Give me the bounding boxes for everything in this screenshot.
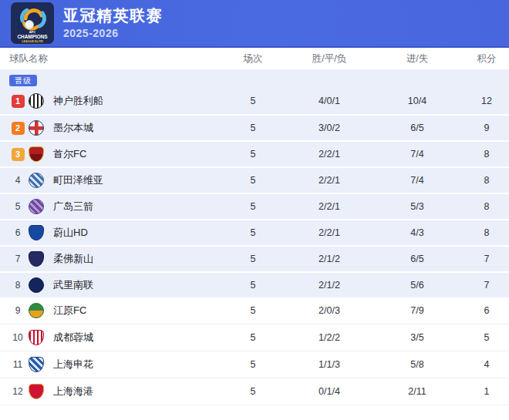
rank-badge: 5 bbox=[12, 200, 25, 213]
table-row[interactable]: 6 蔚山HD 5 2/2/1 4/3 8 bbox=[0, 219, 509, 245]
matches-played: 5 bbox=[217, 332, 288, 343]
win-draw-loss: 4/0/1 bbox=[288, 96, 370, 106]
points: 4 bbox=[464, 359, 509, 370]
standings-widget: AFC CHAMPIONS LEAGUE ELITE 亚冠精英联赛 2025-2… bbox=[0, 0, 509, 420]
league-titles: 亚冠精英联赛 2025-2026 bbox=[63, 7, 163, 39]
win-draw-loss: 0/1/4 bbox=[288, 386, 370, 397]
logo-text-league-elite: LEAGUE ELITE bbox=[22, 40, 43, 43]
rank-badge: 10 bbox=[12, 331, 25, 344]
rank-badge: 4 bbox=[12, 174, 25, 187]
win-draw-loss: 2/0/3 bbox=[288, 305, 370, 316]
table-row[interactable]: 7 柔佛新山 5 2/1/2 6/5 7 bbox=[0, 245, 509, 271]
team-logo bbox=[29, 330, 44, 345]
team-name: 成都蓉城 bbox=[46, 331, 217, 344]
goals-for-against: 2/11 bbox=[370, 386, 464, 397]
matches-played: 5 bbox=[217, 149, 288, 160]
matches-played: 5 bbox=[217, 123, 288, 133]
goals-for-against: 7/4 bbox=[370, 175, 464, 186]
table-row[interactable]: 3 首尔FC 5 2/2/1 7/4 8 bbox=[0, 140, 509, 166]
table-row[interactable]: 4 町田泽维亚 5 2/2/1 7/4 8 bbox=[0, 166, 509, 193]
column-header-wdl: 胜/平/负 bbox=[288, 52, 370, 66]
win-draw-loss: 2/2/1 bbox=[288, 227, 370, 238]
team-logo bbox=[29, 199, 44, 214]
column-header-goals: 进/失 bbox=[370, 52, 464, 66]
goals-for-against: 10/4 bbox=[370, 96, 464, 106]
team-name: 町田泽维亚 bbox=[46, 173, 217, 187]
team-logo bbox=[29, 93, 44, 109]
goals-for-against: 6/5 bbox=[370, 123, 464, 133]
column-header-points: 积分 bbox=[464, 52, 509, 66]
team-name: 江原FC bbox=[46, 304, 217, 318]
win-draw-loss: 1/2/2 bbox=[288, 332, 370, 343]
points: 8 bbox=[464, 175, 509, 186]
points: 8 bbox=[464, 227, 509, 238]
points: 8 bbox=[464, 149, 509, 160]
goals-for-against: 6/5 bbox=[370, 254, 464, 264]
win-draw-loss: 2/2/1 bbox=[288, 175, 370, 186]
team-name: 武里南联 bbox=[46, 278, 217, 292]
table-row[interactable]: 1 神户胜利船 5 4/0/1 10/4 12 bbox=[0, 88, 509, 114]
win-draw-loss: 2/2/1 bbox=[288, 201, 370, 212]
matches-played: 5 bbox=[217, 96, 288, 106]
team-name: 上海申花 bbox=[46, 358, 217, 371]
goals-for-against: 7/9 bbox=[370, 305, 464, 316]
team-logo bbox=[29, 384, 44, 399]
matches-played: 5 bbox=[217, 386, 288, 397]
table-row[interactable]: 10 成都蓉城 5 1/2/2 3/5 5 bbox=[0, 324, 509, 351]
rank-badge: 7 bbox=[12, 253, 25, 266]
team-name: 柔佛新山 bbox=[46, 252, 217, 266]
rank-badge: 1 bbox=[12, 95, 25, 108]
points: 9 bbox=[464, 123, 509, 133]
team-logo bbox=[29, 277, 44, 293]
win-draw-loss: 2/1/2 bbox=[288, 254, 370, 264]
table-row[interactable]: 9 江原FC 5 2/0/3 7/9 6 bbox=[0, 297, 509, 324]
table-row[interactable]: 8 武里南联 5 2/1/2 5/6 7 bbox=[0, 271, 509, 297]
goals-for-against: 3/5 bbox=[370, 332, 464, 343]
goals-for-against: 5/8 bbox=[370, 359, 464, 370]
table-row[interactable]: 11 上海申花 5 1/1/3 5/8 4 bbox=[0, 351, 509, 378]
qualification-zone: 晋级 1 神户胜利船 5 4/0/1 10/4 12 2 墨尔本城 5 3/0/… bbox=[0, 69, 509, 297]
matches-played: 5 bbox=[217, 175, 288, 186]
logo-text-champions: CHAMPIONS bbox=[17, 34, 48, 39]
team-logo bbox=[29, 303, 44, 318]
team-logo bbox=[29, 225, 44, 240]
team-name: 墨尔本城 bbox=[46, 121, 217, 135]
league-banner: AFC CHAMPIONS LEAGUE ELITE 亚冠精英联赛 2025-2… bbox=[0, 0, 509, 48]
rank-badge: 2 bbox=[12, 122, 25, 135]
matches-played: 5 bbox=[217, 359, 288, 370]
qualification-badge: 晋级 bbox=[9, 75, 37, 86]
rank-badge: 6 bbox=[12, 227, 25, 240]
team-name: 神户胜利船 bbox=[46, 94, 217, 108]
goals-for-against: 5/6 bbox=[370, 280, 464, 291]
points: 5 bbox=[464, 332, 509, 343]
rank-badge: 8 bbox=[12, 279, 25, 292]
goals-for-against: 5/3 bbox=[370, 201, 464, 212]
column-header-team: 球队名称 bbox=[9, 52, 217, 66]
rank-badge: 11 bbox=[12, 358, 25, 371]
win-draw-loss: 1/1/3 bbox=[288, 359, 370, 370]
column-header-played: 场次 bbox=[217, 52, 288, 66]
matches-played: 5 bbox=[217, 254, 288, 264]
team-name: 上海海港 bbox=[46, 385, 217, 398]
matches-played: 5 bbox=[217, 280, 288, 291]
table-row[interactable]: 2 墨尔本城 5 3/0/2 6/5 9 bbox=[0, 114, 509, 140]
points: 6 bbox=[464, 305, 509, 316]
win-draw-loss: 2/2/1 bbox=[288, 149, 370, 160]
win-draw-loss: 2/1/2 bbox=[288, 280, 370, 291]
team-logo bbox=[29, 173, 44, 188]
team-logo bbox=[29, 146, 44, 162]
table-row[interactable]: 5 广岛三箭 5 2/2/1 5/3 8 bbox=[0, 193, 509, 219]
rank-badge: 3 bbox=[12, 148, 25, 161]
afc-champions-league-logo: AFC CHAMPIONS LEAGUE ELITE bbox=[11, 2, 54, 44]
team-name: 蔚山HD bbox=[46, 226, 217, 240]
table-header: 球队名称 场次 胜/平/负 进/失 积分 bbox=[0, 48, 509, 69]
league-title: 亚冠精英联赛 bbox=[63, 7, 163, 25]
matches-played: 5 bbox=[217, 201, 288, 212]
rank-badge: 9 bbox=[12, 304, 25, 318]
points: 7 bbox=[464, 280, 509, 291]
goals-for-against: 4/3 bbox=[370, 227, 464, 238]
non-qualification-zone: 9 江原FC 5 2/0/3 7/9 6 10 成都蓉城 5 1/2/2 3/5… bbox=[0, 297, 509, 405]
points: 7 bbox=[464, 254, 509, 264]
points: 12 bbox=[464, 96, 509, 106]
table-row[interactable]: 12 上海海港 5 0/1/4 2/11 1 bbox=[0, 378, 509, 405]
